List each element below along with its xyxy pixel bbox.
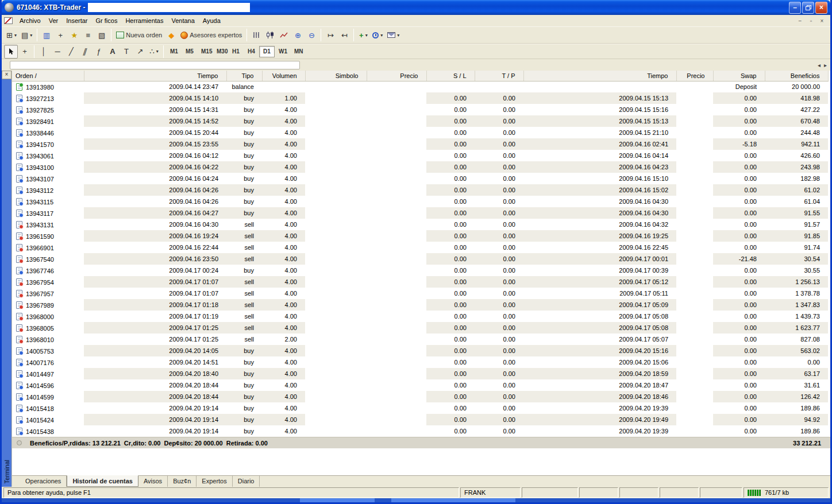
table-row[interactable]: 13938446 2009.04.15 20:44 buy 4.00 0.00 …	[12, 127, 828, 138]
line-chart-button[interactable]	[277, 28, 291, 42]
table-row[interactable]: 13967540 2009.04.16 23:50 sell 4.00 0.00…	[12, 253, 828, 265]
menu-item[interactable]: Ventana	[167, 16, 198, 25]
timeframe-button[interactable]: H1	[228, 46, 244, 57]
timeframe-button[interactable]: MN	[290, 46, 306, 57]
fibonacci-button[interactable]: ƒ	[92, 45, 106, 59]
menu-item[interactable]: Ver	[45, 16, 63, 25]
new-chart-button[interactable]: ⊞ ▾	[4, 28, 19, 42]
mdi-restore-button[interactable]: ▫	[807, 18, 815, 24]
menu-item[interactable]: Gr ficos	[92, 16, 122, 25]
market-watch-button[interactable]: ▥	[40, 28, 53, 42]
navigator-button[interactable]: ★	[67, 28, 81, 42]
table-row[interactable]: 13943117 2009.04.16 04:27 buy 4.00 0.00 …	[12, 207, 828, 219]
col-header-tipo[interactable]: Tipo	[226, 71, 262, 81]
new-order-button[interactable]: Nueva orden	[114, 28, 164, 42]
mdi-close-button[interactable]: ×	[818, 18, 826, 24]
timeframe-button[interactable]: D1	[259, 46, 275, 57]
table-row[interactable]: 13967989 2009.04.17 01:18 sell 4.00 0.00…	[12, 299, 828, 311]
table-row[interactable]: 13943061 2009.04.16 04:12 buy 4.00 0.00 …	[12, 150, 828, 161]
scroll-right-icon[interactable]: ▸	[824, 62, 827, 68]
table-row[interactable]: 13943112 2009.04.16 04:26 buy 4.00 0.00 …	[12, 184, 828, 196]
table-row[interactable]: 13968005 2009.04.17 01:25 sell 4.00 0.00…	[12, 322, 828, 334]
table-row[interactable]: 13943100 2009.04.16 04:22 buy 4.00 0.00 …	[12, 161, 828, 173]
crosshair-button[interactable]: +	[18, 45, 32, 59]
terminal-tab[interactable]: Historial de cuentas	[67, 475, 138, 487]
terminal-tab[interactable]: Avisos	[138, 476, 168, 487]
timeframe-button[interactable]: M15	[197, 46, 213, 57]
terminal-tab[interactable]: Buz¢n	[168, 476, 197, 487]
col-header-swap[interactable]: Swap	[713, 71, 765, 81]
terminal-toggle-button[interactable]: ≡	[81, 28, 95, 42]
table-row[interactable]: 13967954 2009.04.17 01:07 sell 4.00 0.00…	[12, 276, 828, 288]
terminal-tab[interactable]: Expertos	[197, 476, 232, 487]
menu-item[interactable]: Archivo	[16, 16, 45, 25]
col-header-precio-apertura[interactable]: Precio	[367, 71, 426, 81]
table-row[interactable]: 13943115 2009.04.16 04:26 buy 4.00 0.00 …	[12, 196, 828, 207]
col-header-tiempo-apertura[interactable]: Tiempo	[84, 71, 226, 81]
auto-scroll-button[interactable]: ↦	[323, 28, 337, 42]
table-row[interactable]: 14015438 2009.04.20 19:14 buy 4.00 0.00 …	[12, 425, 828, 437]
data-window-button[interactable]: +	[53, 28, 67, 42]
channel-button[interactable]: ∥	[78, 45, 92, 59]
terminal-tab[interactable]: Operaciones	[20, 476, 67, 487]
table-row[interactable]: 13966901 2009.04.16 22:44 sell 4.00 0.00…	[12, 242, 828, 253]
indicators-button[interactable]: + ▾	[356, 28, 370, 42]
zoom-out-button[interactable]: ⊖	[305, 28, 318, 42]
zoom-in-button[interactable]: ⊕	[291, 28, 305, 42]
table-row[interactable]: 13913980 2009.04.14 23:47 balance Deposi…	[12, 81, 828, 92]
table-row[interactable]: 13968010 2009.04.17 01:25 sell 2.00 0.00…	[12, 334, 828, 345]
timeframe-button[interactable]: M5	[182, 46, 197, 57]
menu-item[interactable]: Herramientas	[121, 16, 167, 25]
minimize-button[interactable]: –	[789, 2, 801, 14]
table-row[interactable]: 14015424 2009.04.20 19:14 buy 4.00 0.00 …	[12, 414, 828, 425]
col-header-orden[interactable]: Orden /	[12, 71, 84, 81]
table-row[interactable]: 13943131 2009.04.16 04:30 sell 4.00 0.00…	[12, 219, 828, 230]
mdi-minimize-button[interactable]: −	[796, 18, 804, 24]
templates-button[interactable]: ▾	[385, 28, 402, 42]
table-row[interactable]: 14014599 2009.04.20 18:44 buy 4.00 0.00 …	[12, 391, 828, 402]
terminal-tab[interactable]: Diario	[233, 476, 260, 487]
shapes-button[interactable]: ∴ ▾	[147, 45, 161, 59]
profiles-button[interactable]: ▤ ▾	[19, 28, 34, 42]
timeframe-button[interactable]: M30	[213, 46, 228, 57]
trendline-button[interactable]: ╱	[64, 45, 78, 59]
table-row[interactable]: 13968000 2009.04.17 01:19 sell 4.00 0.00…	[12, 311, 828, 322]
close-button[interactable]: ×	[815, 2, 827, 14]
table-row[interactable]: 13961590 2009.04.16 19:24 sell 4.00 0.00…	[12, 230, 828, 242]
col-header-tiempo-cierre[interactable]: Tiempo	[523, 71, 676, 81]
table-row[interactable]: 14014596 2009.04.20 18:44 buy 4.00 0.00 …	[12, 379, 828, 391]
table-row[interactable]: 13927213 2009.04.15 14:10 buy 1.00 0.00 …	[12, 92, 828, 104]
candlestick-chart-button[interactable]	[263, 28, 277, 42]
col-header-volumen[interactable]: Volumen	[262, 71, 305, 81]
cursor-button[interactable]	[4, 45, 18, 59]
col-header-tp[interactable]: T / P	[475, 71, 523, 81]
table-row[interactable]: 13927825 2009.04.15 14:31 buy 4.00 0.00 …	[12, 104, 828, 115]
strategy-tester-button[interactable]: ▧	[95, 28, 109, 42]
col-header-precio-cierre[interactable]: Precio	[676, 71, 713, 81]
chart-shift-button[interactable]: ↤	[337, 28, 351, 42]
vertical-line-button[interactable]: │	[37, 45, 51, 59]
arrows-button[interactable]: ↗	[133, 45, 147, 59]
table-row[interactable]: 14014497 2009.04.20 18:40 buy 4.00 0.00 …	[12, 368, 828, 379]
table-row[interactable]: 14015418 2009.04.20 19:14 buy 4.00 0.00 …	[12, 402, 828, 414]
timeframe-button[interactable]: W1	[275, 46, 290, 57]
menu-item[interactable]: Ayuda	[199, 16, 225, 25]
text-label-button[interactable]: T	[120, 45, 133, 59]
table-row[interactable]: 13943107 2009.04.16 04:24 buy 4.00 0.00 …	[12, 173, 828, 184]
table-row[interactable]: 13941570 2009.04.15 23:55 buy 4.00 0.00 …	[12, 138, 828, 150]
scroll-left-icon[interactable]: ◂	[818, 62, 821, 68]
table-row[interactable]: 14007176 2009.04.20 14:51 buy 4.00 0.00 …	[12, 356, 828, 368]
restore-button[interactable]	[802, 2, 814, 14]
table-row[interactable]: 14005753 2009.04.20 14:05 buy 4.00 0.00 …	[12, 345, 828, 356]
col-header-simbolo[interactable]: Simbolo	[305, 71, 367, 81]
timeframe-button[interactable]: M1	[166, 46, 182, 57]
table-row[interactable]: 13967957 2009.04.17 01:07 sell 4.00 0.00…	[12, 288, 828, 299]
timeframe-button[interactable]: H4	[244, 46, 259, 57]
bar-chart-button[interactable]	[249, 28, 263, 42]
table-row[interactable]: 13967746 2009.04.17 00:24 buy 4.00 0.00 …	[12, 265, 828, 276]
horizontal-line-button[interactable]: ─	[51, 45, 64, 59]
col-header-beneficios[interactable]: Beneficios	[765, 71, 828, 81]
periods-button[interactable]: ▾	[370, 28, 385, 42]
chart-tab[interactable]	[10, 61, 300, 69]
metaeditor-button[interactable]: ◆	[164, 28, 178, 42]
